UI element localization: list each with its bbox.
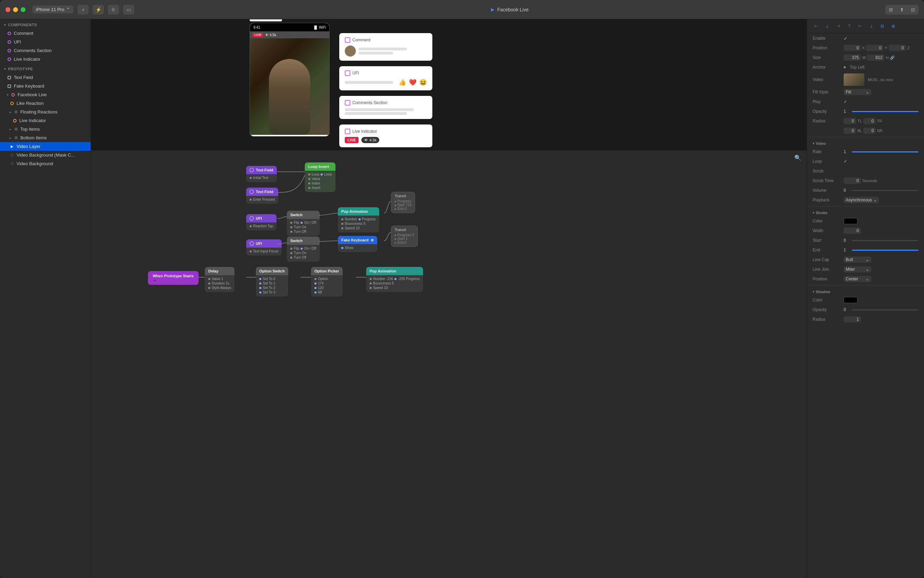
split-view-button[interactable]: ⊞ <box>885 5 896 15</box>
panel-toolbar: ⊢ ⊥ ⊣ ⊤ ⊢ ⊥ ⊟ ⊞ <box>807 19 924 34</box>
sidebar-item-video-bg[interactable]: ⬡ Video Background <box>0 159 91 168</box>
option-picker-node[interactable]: Option Picker Option 174 120 6B <box>311 267 343 297</box>
switch-node-2[interactable]: Switch FlipOn / Off Turn On Turn Off <box>287 237 319 262</box>
sidebar-item-comment[interactable]: Comment <box>0 29 91 37</box>
preview-button[interactable]: ▭ <box>123 5 134 15</box>
rate-label: Rate <box>813 149 844 154</box>
video-bg-mask-label: Video Background (Mask C... <box>16 153 75 157</box>
playback-dropdown[interactable]: Asynchronous ⌄ <box>844 197 879 203</box>
delay-node[interactable]: Delay Value 1 Duration 2s Style Always <box>205 267 235 292</box>
lock-icon[interactable]: 🔗 <box>890 55 895 60</box>
shadow-radius-input[interactable] <box>844 316 861 323</box>
line-cap-dropdown[interactable]: Butt ⌄ <box>844 257 871 263</box>
sidebar-item-live-indicator-nested[interactable]: Live Indicator <box>0 116 91 125</box>
add-button[interactable]: + <box>78 5 89 15</box>
play-value[interactable]: ✓ <box>844 99 847 104</box>
stroke-section-header[interactable]: Stroke <box>807 208 924 216</box>
align-right-icon[interactable]: ⊣ <box>833 22 843 30</box>
ufi-comp-icon <box>345 70 350 76</box>
prototype-header[interactable]: PROTOTYPE <box>0 65 91 73</box>
rate-slider[interactable] <box>852 151 919 153</box>
switch-node-1[interactable]: Switch FlipOn / Off Turn On Turn Off <box>287 211 319 236</box>
distribute-h-icon[interactable]: ⊟ <box>877 22 887 30</box>
copy-button[interactable]: ⎘ <box>108 5 119 15</box>
shadow-color-swatch[interactable] <box>844 297 858 303</box>
search-flow-button[interactable]: 🔍 <box>794 154 801 161</box>
sidebar-item-live-indicator[interactable]: Live Indicator <box>0 55 91 63</box>
text-field-node-1[interactable]: Text Field Initial Text <box>246 166 277 182</box>
scrub-time-input[interactable] <box>844 178 861 184</box>
opacity-slider[interactable] <box>852 111 919 112</box>
minimize-button[interactable] <box>13 7 18 12</box>
sidebar-item-text-field[interactable]: Text Field <box>0 73 91 82</box>
sidebar-item-facebook-live[interactable]: Facebook Live <box>0 90 91 99</box>
sidebar-item-bottom-items[interactable]: ⊞ Bottom Items <box>0 133 91 142</box>
radius-bl-input[interactable] <box>844 128 856 134</box>
sidebar-item-top-items[interactable]: ⊞ Top Items <box>0 125 91 133</box>
sidebar-item-floating-reactions[interactable]: ⊞ Floating Reactions <box>0 107 91 116</box>
size-h-input[interactable] <box>867 55 884 61</box>
sidebar-item-video-layer[interactable]: ▶ Video Layer <box>0 142 91 151</box>
fill-style-dropdown[interactable]: Fill ⌄ <box>844 89 871 95</box>
sidebar-item-comments-section[interactable]: Comments Section <box>0 46 91 55</box>
close-button[interactable] <box>5 7 10 12</box>
position-x-input[interactable] <box>844 45 861 51</box>
op-6b-dot <box>314 291 316 294</box>
s2-flip-dot <box>290 248 292 250</box>
video-section-header[interactable]: Video <box>807 139 924 147</box>
radius-tr-input[interactable] <box>863 118 876 124</box>
align-center-h-icon[interactable]: ⊥ <box>822 22 832 30</box>
radius-br-input[interactable] <box>863 128 876 134</box>
li-value-dot <box>308 178 310 180</box>
flow-canvas[interactable]: 🔍 Text Field Initial Text Text Fiel <box>91 150 807 578</box>
align-left-icon[interactable]: ⊢ <box>811 22 821 30</box>
text-field-node-2[interactable]: Text Field Enter Pressed <box>246 188 278 204</box>
sidebar-item-ufi[interactable]: UFI <box>0 37 91 46</box>
shadow-section-header[interactable]: Shadow <box>807 287 924 295</box>
distribute-v-icon[interactable]: ⊞ <box>888 22 898 30</box>
loop-insert-node[interactable]: Loop Insert LoopLoop Value Index Insert <box>305 162 336 192</box>
stroke-start-row: Start 0 <box>807 235 924 245</box>
sidebar-item-video-bg-mask[interactable]: ⬡ Video Background (Mask C... <box>0 151 91 159</box>
components-header[interactable]: COMPONENTS <box>0 21 91 29</box>
divider-shadow <box>807 285 924 286</box>
ufi-node-2[interactable]: UFI Text Input Focus <box>246 239 282 255</box>
option-switch-node[interactable]: Option Switch Set To 0 Set To 1 Set To 2… <box>256 267 288 297</box>
maximize-button[interactable] <box>21 7 26 12</box>
stroke-start-slider[interactable] <box>852 240 919 241</box>
line-join-dropdown[interactable]: Miter ⌄ <box>844 266 871 273</box>
position-z-input[interactable] <box>889 45 906 51</box>
stroke-color-swatch[interactable] <box>844 218 858 224</box>
stroke-position-dropdown[interactable]: Center ⌄ <box>844 276 871 282</box>
volume-slider[interactable] <box>852 190 919 191</box>
sidebar-item-fake-keyboard[interactable]: Fake Keyboard <box>0 82 91 90</box>
align-middle-v-icon[interactable]: ⊢ <box>855 22 865 30</box>
size-w-input[interactable] <box>844 55 861 61</box>
radius-br-label: BR <box>877 129 882 133</box>
ufi-node-1[interactable]: UFI Reaction Tap <box>246 214 277 231</box>
lightning-button[interactable]: ⚡ <box>93 5 104 15</box>
sidebar-item-like-reaction[interactable]: Like Reaction <box>0 99 91 107</box>
fake-keyboard-node[interactable]: Fake Keyboard ⚙ Show <box>338 236 377 252</box>
align-top-icon[interactable]: ⊤ <box>845 22 854 30</box>
position-y-input[interactable] <box>866 45 883 51</box>
align-bottom-icon[interactable]: ⊥ <box>866 22 876 30</box>
facebook-live-label: Facebook Live <box>18 92 47 97</box>
device-selector[interactable]: iPhone 11 Pro ⌃ <box>32 5 73 13</box>
pop-anim-node-1[interactable]: Pop Animation NumberProgress Bounciness … <box>338 207 379 232</box>
stroke-width-input[interactable] <box>844 227 861 234</box>
divider-stroke <box>807 206 924 206</box>
stroke-end-slider[interactable] <box>852 250 919 251</box>
layout-button[interactable]: ⊟ <box>908 5 919 15</box>
op-title: Option Picker <box>314 269 339 273</box>
enable-value[interactable]: ✓ <box>844 36 848 41</box>
shadow-opacity-slider[interactable] <box>852 309 919 310</box>
stroke-start-value: 0 <box>844 238 851 243</box>
radius-tl-input[interactable] <box>844 118 856 124</box>
when-prototype-starts-node[interactable]: When Prototype Starts ◾ <box>148 271 199 285</box>
p2-speed-dot <box>370 287 372 289</box>
view-toggle[interactable]: ⊞ ⬆ ⊟ <box>885 5 919 15</box>
upload-button[interactable]: ⬆ <box>896 5 908 15</box>
loop-value[interactable]: ✓ <box>844 159 847 164</box>
pop-anim-node-2[interactable]: Pop Animation Number -236-236 Progress B… <box>366 267 423 292</box>
